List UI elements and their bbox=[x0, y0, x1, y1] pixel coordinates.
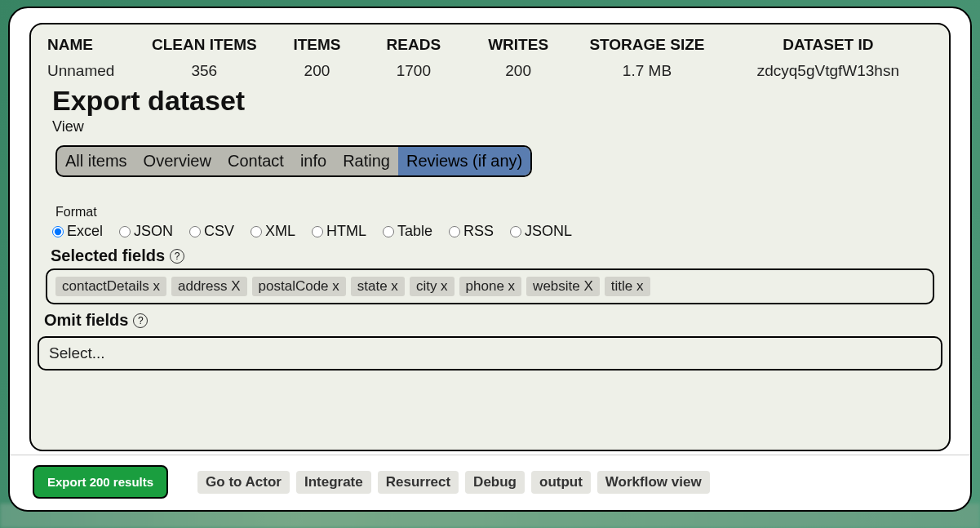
footer-toolbar: Export 200 results Go to Actor Integrate… bbox=[10, 455, 970, 510]
resurrect-button[interactable]: Resurrect bbox=[378, 471, 459, 494]
omit-fields-label: Omit fields bbox=[44, 311, 128, 330]
help-icon[interactable]: ? bbox=[133, 313, 148, 328]
stat-reads-label: READS bbox=[387, 36, 441, 54]
stat-writes-label: WRITES bbox=[488, 36, 548, 54]
stat-reads: READS 1700 bbox=[370, 36, 458, 80]
format-csv-label: CSV bbox=[204, 223, 234, 240]
view-label: View bbox=[52, 118, 936, 135]
chip-postal-code[interactable]: postalCode x bbox=[252, 277, 346, 296]
format-table-label: Table bbox=[397, 223, 432, 240]
chip-address[interactable]: address X bbox=[171, 277, 247, 296]
tab-all-items[interactable]: All items bbox=[57, 147, 135, 175]
format-xml[interactable]: XML bbox=[251, 223, 295, 240]
stat-writes: WRITES 200 bbox=[466, 36, 570, 80]
format-xml-label: XML bbox=[265, 223, 295, 240]
stat-items-value: 200 bbox=[304, 62, 330, 80]
page-title: Export dataset bbox=[52, 85, 936, 117]
stat-storage-label: STORAGE SIZE bbox=[589, 36, 704, 54]
format-table[interactable]: Table bbox=[383, 223, 432, 240]
integrate-button[interactable]: Integrate bbox=[296, 471, 371, 494]
format-rss[interactable]: RSS bbox=[449, 223, 494, 240]
format-options: Excel JSON CSV XML HTML Table RSS JSONL bbox=[52, 223, 936, 240]
format-jsonl-label: JSONL bbox=[525, 223, 572, 240]
output-button[interactable]: output bbox=[531, 471, 591, 494]
export-modal: NAME Unnamed CLEAN ITEMS 356 ITEMS 200 R… bbox=[8, 7, 972, 512]
stat-reads-value: 1700 bbox=[397, 62, 431, 80]
stat-name-value: Unnamed bbox=[47, 62, 114, 80]
chip-title[interactable]: title x bbox=[605, 277, 650, 296]
chip-city[interactable]: city x bbox=[410, 277, 455, 296]
goto-actor-button[interactable]: Go to Actor bbox=[197, 471, 290, 494]
selected-fields-input[interactable]: contactDetails x address X postalCode x … bbox=[46, 268, 934, 304]
workflow-view-button[interactable]: Workflow view bbox=[597, 471, 710, 494]
stat-storage: STORAGE SIZE 1.7 MB bbox=[579, 36, 716, 80]
stat-items: ITEMS 200 bbox=[273, 36, 361, 80]
debug-button[interactable]: Debug bbox=[465, 471, 525, 494]
selected-fields-heading: Selected fields ? bbox=[51, 246, 936, 265]
omit-fields-select[interactable]: Select... bbox=[38, 336, 942, 370]
format-rss-label: RSS bbox=[463, 223, 494, 240]
stat-clean: CLEAN ITEMS 356 bbox=[144, 36, 264, 80]
chip-phone[interactable]: phone x bbox=[459, 277, 522, 296]
tab-reviews[interactable]: Reviews (if any) bbox=[398, 147, 530, 175]
omit-fields-heading: Omit fields ? bbox=[44, 311, 936, 330]
format-excel[interactable]: Excel bbox=[52, 223, 103, 240]
help-icon[interactable]: ? bbox=[170, 249, 184, 264]
format-json[interactable]: JSON bbox=[119, 223, 173, 240]
chip-website[interactable]: website X bbox=[526, 277, 600, 296]
format-jsonl[interactable]: JSONL bbox=[510, 223, 572, 240]
format-csv[interactable]: CSV bbox=[189, 223, 234, 240]
stat-storage-value: 1.7 MB bbox=[623, 62, 672, 80]
stat-clean-label: CLEAN ITEMS bbox=[152, 36, 257, 54]
format-html[interactable]: HTML bbox=[312, 223, 366, 240]
stat-dataset-label: DATASET ID bbox=[783, 36, 873, 54]
stat-writes-value: 200 bbox=[505, 62, 531, 80]
format-excel-label: Excel bbox=[67, 223, 103, 240]
stat-dataset: DATASET ID zdcyq5gVtgfW13hsn bbox=[724, 36, 933, 80]
stat-name: NAME Unnamed bbox=[47, 36, 135, 80]
modal-content: NAME Unnamed CLEAN ITEMS 356 ITEMS 200 R… bbox=[29, 23, 951, 451]
chip-contact-details[interactable]: contactDetails x bbox=[55, 277, 166, 296]
tab-info[interactable]: info bbox=[292, 147, 335, 175]
format-html-label: HTML bbox=[326, 223, 366, 240]
tab-overview[interactable]: Overview bbox=[135, 147, 220, 175]
stat-dataset-value: zdcyq5gVtgfW13hsn bbox=[757, 62, 899, 80]
export-button[interactable]: Export 200 results bbox=[33, 465, 168, 499]
view-tabs: All items Overview Contact info Rating R… bbox=[55, 145, 532, 177]
stat-items-label: ITEMS bbox=[293, 36, 340, 54]
stat-name-label: NAME bbox=[47, 36, 93, 54]
chip-state[interactable]: state x bbox=[351, 277, 405, 296]
stat-clean-value: 356 bbox=[191, 62, 217, 80]
format-label: Format bbox=[55, 205, 936, 220]
format-json-label: JSON bbox=[134, 223, 173, 240]
tab-rating[interactable]: Rating bbox=[335, 147, 398, 175]
stats-row: NAME Unnamed CLEAN ITEMS 356 ITEMS 200 R… bbox=[44, 36, 936, 80]
tab-contact[interactable]: Contact bbox=[220, 147, 292, 175]
selected-fields-label: Selected fields bbox=[51, 246, 165, 265]
